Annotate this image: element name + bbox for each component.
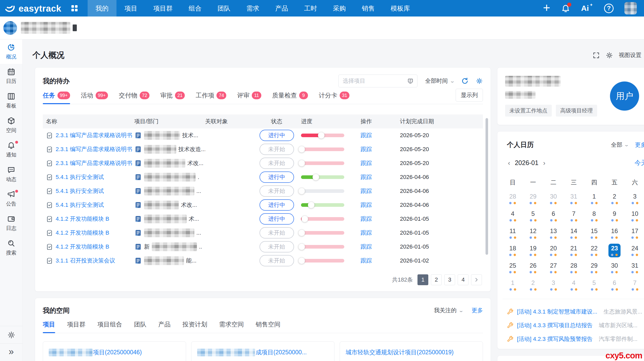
calendar-day-13[interactable]: 13 <box>543 225 564 242</box>
calendar-day-1[interactable]: 1 <box>503 276 523 294</box>
progress-knob[interactable] <box>298 257 305 264</box>
track-link[interactable]: 跟踪 <box>361 257 372 265</box>
track-link[interactable]: 跟踪 <box>361 201 372 209</box>
calendar-day-8[interactable]: 8 <box>584 207 604 225</box>
table-scrollbar[interactable] <box>486 118 488 255</box>
calendar-day-2[interactable]: 2 <box>604 190 625 207</box>
space-tab-团队[interactable]: 团队 <box>134 320 146 329</box>
project-select-field[interactable] <box>342 77 407 85</box>
progress-slider[interactable] <box>301 134 344 137</box>
nav-item-采购[interactable]: 采购 <box>325 0 354 17</box>
next-month-icon[interactable]: › <box>542 160 546 166</box>
followed-filter-dropdown[interactable]: 我关注的 ⌄ <box>434 307 463 314</box>
progress-knob[interactable] <box>301 216 308 222</box>
show-columns-button[interactable]: 显示列 <box>456 89 483 102</box>
progress-knob[interactable] <box>313 174 319 180</box>
calendar-day-25[interactable]: 25 <box>503 259 523 276</box>
sidebar-item-空间[interactable]: 空间 <box>0 113 22 137</box>
task-link[interactable]: 4.1.2 开发功能模块 B <box>56 243 109 251</box>
sidebar-item-日志[interactable]: 日志 <box>0 211 22 235</box>
calendar-day-7[interactable]: 7 <box>625 276 644 294</box>
progress-slider[interactable] <box>301 217 344 221</box>
calendar-day-18[interactable]: 18 <box>503 242 523 259</box>
activity-item[interactable]: [活动] 4.3.3 撰写项目总结报告城市新兴区域... <box>507 318 644 332</box>
calendar-day-7[interactable]: 7 <box>564 207 584 225</box>
notifications-bell-icon[interactable] <box>561 4 570 13</box>
help-icon[interactable]: ? <box>604 4 614 13</box>
sidebar-item-概况[interactable]: 概况 <box>0 39 22 64</box>
calendar-day-1[interactable]: 1 <box>584 190 604 207</box>
prev-month-icon[interactable]: ‹ <box>507 160 511 166</box>
calendar-day-15[interactable]: 15 <box>584 225 604 242</box>
nav-item-模板库[interactable]: 模板库 <box>383 0 418 17</box>
project-select-input[interactable] <box>338 75 417 87</box>
calendar-day-30[interactable]: 30 <box>604 259 625 276</box>
calendar-day-22[interactable]: 22 <box>584 242 604 259</box>
view-settings-label[interactable]: 视图设置 <box>619 51 641 59</box>
space-tab-项目[interactable]: 项目 <box>43 320 55 329</box>
task-link[interactable]: 2.3.1 编写产品需求规格说明书 <box>56 132 132 139</box>
calendar-day-9[interactable]: 9 <box>604 207 625 225</box>
calendar-day-21[interactable]: 21 <box>564 242 584 259</box>
nav-item-销售[interactable]: 销售 <box>354 0 383 17</box>
time-filter-dropdown[interactable]: 全部时间 ⌄ <box>425 77 454 85</box>
activity-link[interactable]: [活动] 4.3.1 制定智慧城市建设... <box>517 308 597 316</box>
space-card-title[interactable]: 项目(2025000046) <box>49 348 180 356</box>
track-link[interactable]: 跟踪 <box>361 159 372 167</box>
space-tab-产品[interactable]: 产品 <box>158 320 171 329</box>
page-button-2[interactable]: 2 <box>431 274 442 285</box>
task-link[interactable]: 2.3.1 编写产品需求规格说明书 <box>56 159 132 167</box>
space-tab-项目群[interactable]: 项目群 <box>67 320 86 329</box>
todo-tab-质量检查[interactable]: 质量检查9 <box>272 91 308 100</box>
task-link[interactable]: 5.4.1 执行安全测试 <box>56 173 104 181</box>
calendar-day-6[interactable]: 6 <box>543 207 564 225</box>
task-link[interactable]: 4.1.2 开发功能模块 B <box>56 215 109 223</box>
todo-tab-审批[interactable]: 审批21 <box>160 91 185 100</box>
sidebar-collapse-button[interactable]: » <box>0 343 22 361</box>
sidebar-item-公告[interactable]: 公告 <box>0 186 22 211</box>
progress-slider[interactable] <box>301 203 344 207</box>
nav-item-项目[interactable]: 项目 <box>116 0 145 17</box>
task-link[interactable]: 4.1.2 开发功能模块 B <box>56 229 109 237</box>
calendar-day-12[interactable]: 12 <box>523 225 543 242</box>
calendar-day-16[interactable]: 16 <box>604 225 625 242</box>
sidebar-item-搜索[interactable]: 搜索 <box>0 235 22 260</box>
progress-slider[interactable] <box>301 189 344 193</box>
calendar-day-29[interactable]: 29 <box>523 190 543 207</box>
space-tab-投资计划[interactable]: 投资计划 <box>182 320 207 329</box>
calendar-day-4[interactable]: 4 <box>503 207 523 225</box>
task-link[interactable]: 5.4.1 执行安全测试 <box>56 187 104 195</box>
progress-slider[interactable] <box>301 161 344 165</box>
progress-knob[interactable] <box>298 229 305 236</box>
progress-knob[interactable] <box>298 146 305 153</box>
track-link[interactable]: 跟踪 <box>361 173 372 181</box>
progress-slider[interactable] <box>301 147 344 151</box>
nav-item-组合[interactable]: 组合 <box>181 0 210 17</box>
workspace-avatar[interactable] <box>3 21 17 35</box>
activity-link[interactable]: [活动] 4.3.3 撰写项目总结报告 <box>517 322 592 329</box>
sidebar-item-日历[interactable]: 日历 <box>0 64 22 88</box>
sidebar-item-动态[interactable]: 动态 <box>0 162 22 186</box>
space-card-item[interactable]: 城市轻轨交通规划设计项目(2025000019) <box>340 341 483 361</box>
calendar-day-10[interactable]: 10 <box>625 207 644 225</box>
calendar-day-29[interactable]: 29 <box>584 259 604 276</box>
spaces-more-link[interactable]: 更多 <box>472 307 483 314</box>
calendar-day-31[interactable]: 31 <box>625 259 644 276</box>
space-tab-项目组合[interactable]: 项目组合 <box>97 320 122 329</box>
track-link[interactable]: 跟踪 <box>361 132 372 139</box>
todo-tab-计分卡[interactable]: 计分卡31 <box>319 91 349 100</box>
progress-knob[interactable] <box>308 202 315 208</box>
calendar-day-3[interactable]: 3 <box>625 190 644 207</box>
activity-link[interactable]: [活动] 4.2.3 撰写风险预警报告 <box>517 335 592 343</box>
calendar-day-23[interactable]: 23 <box>604 242 625 259</box>
sidebar-settings-button[interactable] <box>0 326 22 343</box>
todo-tab-工作项[interactable]: 工作项74 <box>196 91 226 100</box>
apps-grid-icon[interactable] <box>71 4 78 12</box>
progress-slider[interactable] <box>301 259 344 262</box>
sidebar-item-看板[interactable]: 看板 <box>0 88 22 113</box>
sidebar-item-通知[interactable]: 通知 <box>0 137 22 162</box>
calendar-day-5[interactable]: 5 <box>523 207 543 225</box>
nav-item-需求[interactable]: 需求 <box>238 0 267 17</box>
task-link[interactable]: 5.4.1 执行安全测试 <box>56 201 104 209</box>
task-link[interactable]: 2.3.1 编写产品需求规格说明书 <box>56 145 132 153</box>
